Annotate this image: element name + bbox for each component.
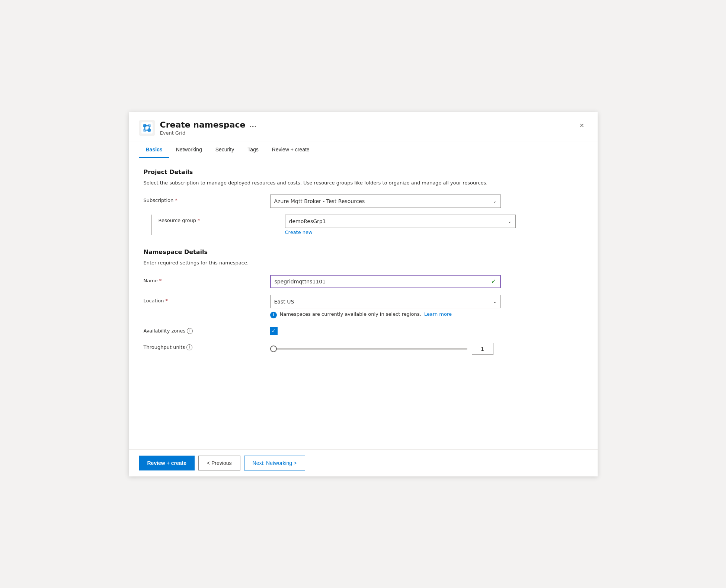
resource-group-value: demoResGrp1 [289, 218, 326, 224]
svg-rect-1 [141, 122, 153, 134]
name-value: spegridmqttns1101 [275, 279, 326, 285]
resource-group-control: demoResGrp1 ⌄ Create new [285, 215, 583, 235]
info-circle-icon: i [270, 312, 277, 318]
previous-button[interactable]: < Previous [198, 456, 240, 470]
subscription-dropdown[interactable]: Azure Mqtt Broker - Test Resources ⌄ [270, 195, 501, 208]
panel-title: Create namespace ... [160, 120, 577, 129]
throughput-info-icon[interactable]: i [186, 344, 192, 350]
location-info-message: i Namespaces are currently available onl… [270, 311, 583, 318]
tabs-bar: Basics Networking Security Tags Review +… [129, 141, 598, 158]
name-control: spegridmqttns1101 ✓ [270, 275, 583, 288]
name-label-col: Name * [144, 275, 270, 283]
location-info-text: Namespaces are currently available only … [280, 311, 452, 317]
availability-zones-control: ✓ [270, 325, 583, 335]
footer: Review + create < Previous Next: Network… [129, 449, 598, 476]
title-text: Create namespace [160, 120, 246, 129]
availability-zones-checkbox-wrap: ✓ [270, 325, 583, 335]
resource-group-dropdown[interactable]: demoResGrp1 ⌄ [285, 215, 516, 228]
panel-subtitle: Event Grid [160, 130, 577, 136]
resource-group-content: Resource group * demoResGrp1 ⌄ Create ne… [159, 215, 583, 235]
project-details-section: Project Details Select the subscription … [144, 168, 583, 235]
resource-group-label-col: Resource group * [159, 215, 285, 223]
location-dropdown[interactable]: East US ⌄ [270, 295, 501, 308]
create-namespace-panel: Create namespace ... Event Grid × Basics… [129, 112, 598, 476]
availability-zones-label-col: Availability zones i [144, 325, 270, 334]
subscription-label: Subscription * [144, 197, 270, 203]
namespace-details-title: Namespace Details [144, 248, 583, 256]
resource-group-row: Resource group * demoResGrp1 ⌄ Create ne… [144, 215, 583, 235]
tab-tags[interactable]: Tags [241, 141, 265, 158]
ellipsis-menu[interactable]: ... [249, 121, 257, 129]
location-value: East US [274, 299, 294, 305]
review-create-button[interactable]: Review + create [139, 456, 195, 470]
name-valid-icon: ✓ [491, 278, 496, 285]
throughput-control: 1 [270, 341, 583, 355]
tab-networking[interactable]: Networking [169, 141, 209, 158]
project-details-title: Project Details [144, 168, 583, 176]
location-label-col: Location * [144, 295, 270, 303]
checkbox-check-icon: ✓ [272, 328, 276, 334]
indent-line [151, 215, 152, 235]
panel-header: Create namespace ... Event Grid × [129, 112, 598, 141]
availability-zones-label: Availability zones i [144, 328, 270, 334]
throughput-label: Throughput units i [144, 344, 270, 350]
throughput-slider-track [270, 348, 467, 350]
name-row: Name * spegridmqttns1101 ✓ [144, 275, 583, 288]
event-grid-icon [139, 120, 155, 136]
subscription-row: Subscription * Azure Mqtt Broker - Test … [144, 195, 583, 208]
subscription-label-col: Subscription * [144, 195, 270, 203]
close-button[interactable]: × [577, 120, 587, 131]
resource-group-label: Resource group * [159, 218, 285, 223]
throughput-units-row: Throughput units i 1 [144, 341, 583, 355]
name-label: Name * [144, 278, 270, 283]
availability-zones-row: Availability zones i ✓ [144, 325, 583, 335]
location-label: Location * [144, 298, 270, 303]
tab-basics[interactable]: Basics [139, 141, 169, 158]
subscription-value: Azure Mqtt Broker - Test Resources [274, 198, 365, 204]
throughput-slider-wrap: 1 [270, 341, 583, 355]
subscription-control: Azure Mqtt Broker - Test Resources ⌄ [270, 195, 583, 208]
create-new-link[interactable]: Create new [285, 229, 313, 235]
form-content: Project Details Select the subscription … [129, 158, 598, 449]
name-input[interactable]: spegridmqttns1101 ✓ [270, 275, 501, 288]
location-control: East US ⌄ i Namespaces are currently ava… [270, 295, 583, 318]
next-button[interactable]: Next: Networking > [244, 456, 306, 470]
namespace-details-desc: Enter required settings for this namespa… [144, 259, 583, 267]
subscription-required: * [175, 197, 177, 203]
location-row: Location * East US ⌄ i Namespaces are cu… [144, 295, 583, 318]
tab-review-create[interactable]: Review + create [265, 141, 316, 158]
throughput-slider-thumb[interactable] [270, 346, 277, 352]
location-required: * [165, 298, 168, 303]
title-group: Create namespace ... Event Grid [160, 120, 577, 136]
rg-required: * [198, 218, 200, 223]
name-required: * [159, 278, 162, 283]
tab-security[interactable]: Security [209, 141, 241, 158]
learn-more-link[interactable]: Learn more [424, 311, 452, 317]
subscription-chevron-icon: ⌄ [493, 199, 496, 204]
namespace-details-section: Namespace Details Enter required setting… [144, 248, 583, 355]
availability-zones-checkbox[interactable]: ✓ [270, 327, 278, 335]
project-details-desc: Select the subscription to manage deploy… [144, 179, 583, 187]
location-chevron-icon: ⌄ [493, 299, 496, 304]
rg-chevron-icon: ⌄ [508, 219, 511, 224]
throughput-value-input[interactable]: 1 [472, 343, 493, 355]
throughput-label-col: Throughput units i [144, 341, 270, 350]
availability-zones-info-icon[interactable]: i [187, 328, 193, 334]
